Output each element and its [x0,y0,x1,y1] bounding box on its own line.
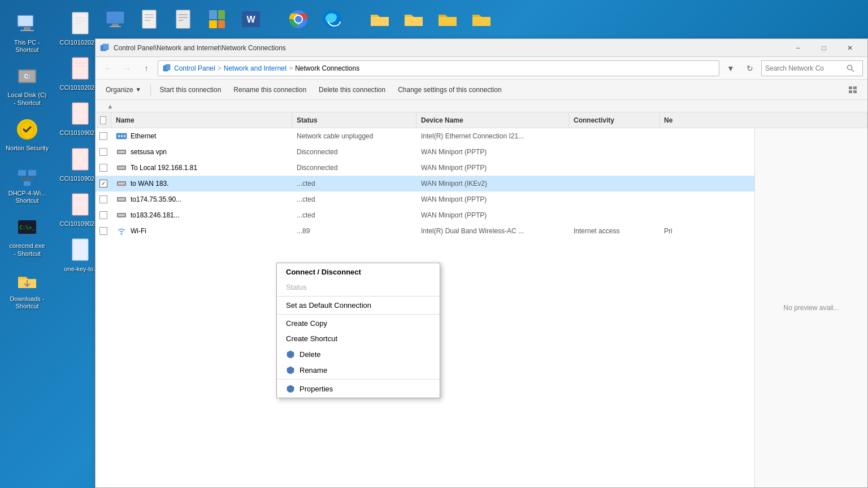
svg-rect-58 [853,90,857,93]
row-check-to183[interactable] [96,211,111,219]
search-icon [847,64,854,72]
ctx-rename[interactable]: Rename [277,362,440,378]
organize-button[interactable]: Organize ▼ [100,82,147,98]
desktop-icon-dhcp[interactable]: DHCP-4-Wi...Shortcut [2,158,53,208]
row-check-to174[interactable] [96,195,111,203]
taskbar-icon-edge[interactable] [316,3,348,35]
breadcrumb[interactable]: Control Panel > Network and Internet > N… [158,60,719,76]
to183-name: to183.246.181... [131,211,180,219]
connection-row-to-wan-183[interactable]: ✓ to WAN 183. ...cted WAN Miniport (IKEv… [96,176,867,191]
connection-row-to183[interactable]: to183.246.181... ...cted WAN Miniport (P… [96,207,867,223]
taskbar-icon-folder4[interactable] [466,3,497,35]
breadcrumb-network-connections: Network Connections [295,64,359,72]
taskbar-icon-app2[interactable]: W [235,3,267,35]
svg-rect-47 [72,194,88,215]
col-header-status[interactable]: Status [292,112,416,128]
row-status-ethernet: Network cable unplugged [292,132,416,140]
row-name-to-wan-183: to WAN 183. [111,179,292,188]
col-ne-label: Ne [664,116,672,124]
close-button[interactable]: ✕ [837,39,863,57]
col-header-connectivity[interactable]: Connectivity [569,112,659,128]
row-check-wifi[interactable] [96,227,111,235]
row-check-to-local[interactable] [96,164,111,172]
taskbar-icon-doc2[interactable] [167,3,199,35]
desktop-icon-corecmd[interactable]: C:\>_ corecmd.exe- Shortcut [2,210,53,260]
ctx-create-copy[interactable]: Create Copy [277,316,440,331]
svg-rect-24 [18,16,33,26]
breadcrumb-control-panel[interactable]: Control Panel [174,64,215,72]
back-button[interactable]: ← [100,60,116,76]
row-check-setsusa[interactable] [96,148,111,156]
desktop-icon-this-pc[interactable]: This PC - Shortcut [2,7,53,57]
connection-row-ethernet[interactable]: Ethernet Network cable unplugged Intel(R… [96,128,867,144]
row-check-ethernet[interactable] [96,132,111,140]
desktop-icon-downloads[interactable]: Downloads -Shortcut [2,263,53,313]
svg-rect-7 [176,10,190,28]
svg-rect-35 [24,181,31,186]
col-header-device[interactable]: Device Name [416,112,569,128]
col-header-checkbox[interactable] [96,112,111,128]
layout-button[interactable] [843,82,863,98]
taskbar-icon-folder2[interactable] [398,3,429,35]
desktop-icon-local-disk-label: Local Disk (C)- Shortcut [7,91,46,106]
search-box[interactable] [761,60,863,76]
forward-button[interactable]: → [119,60,135,76]
toolbar-separator-1 [150,84,151,95]
desktop-icon-local-disk[interactable]: C: Local Disk (C)- Shortcut [2,59,53,110]
svg-rect-11 [209,10,217,19]
row-conn-wifi: Internet access [569,227,659,235]
svg-rect-14 [218,20,225,28]
breadcrumb-network-internet[interactable]: Network and Internet [224,64,287,72]
up-button[interactable]: ↑ [138,60,154,76]
connection-row-setsusa[interactable]: setsusa vpn Disconnected WAN Miniport (P… [96,144,867,160]
svg-point-53 [848,65,852,69]
ctx-rename-shield-icon [286,365,295,374]
svg-rect-2 [110,26,121,27]
maximize-button[interactable]: □ [811,39,837,57]
rename-connection-button[interactable]: Rename this connection [228,82,312,98]
down-arrow-button[interactable]: ▼ [723,60,739,76]
ctx-delete[interactable]: Delete [277,346,440,362]
refresh-button[interactable]: ↻ [742,60,758,76]
desktop-icon-norton[interactable]: Norton Security [2,112,53,155]
row-status-to174: ...cted [292,195,416,203]
connection-row-wifi[interactable]: Wi-Fi ...89 Intel(R) Dual Band Wireless-… [96,223,867,239]
svg-rect-62 [124,135,125,137]
sort-up-button[interactable]: ▲ [100,103,120,110]
title-bar-buttons: − □ ✕ [785,39,863,57]
connection-row-to174[interactable]: to174.75.35.90... ...cted WAN Miniport (… [96,191,867,207]
row-device-ethernet: Intel(R) Ethernet Connection I21... [416,132,569,140]
row-device-to-wan-183: WAN Miniport (IKEv2) [416,180,569,188]
taskbar-icon-chrome[interactable] [283,3,314,35]
connection-row-to-local[interactable]: To Local 192.168.1.81 Disconnected WAN M… [96,160,867,176]
svg-rect-66 [118,167,125,169]
col-header-name[interactable]: Name [111,112,292,128]
change-settings-label: Change settings of this connection [398,86,501,94]
minimize-button[interactable]: − [785,39,811,57]
ctx-connect-disconnect[interactable]: Connect / Disconnect [277,264,440,280]
to174-name: to174.75.35.90... [131,195,181,203]
row-device-to183: WAN Miniport (PPTP) [416,211,569,219]
row-check-to-wan-183[interactable]: ✓ [96,180,111,188]
desktop: W [0,0,868,488]
change-settings-button[interactable]: Change settings of this connection [392,82,507,98]
header-checkbox[interactable] [100,116,106,124]
ctx-properties[interactable]: Properties [277,381,440,396]
ctx-set-default[interactable]: Set as Default Connection [277,298,440,313]
col-header-ne[interactable]: Ne [659,112,867,128]
desktop-icon-downloads-label: Downloads -Shortcut [10,295,44,310]
delete-connection-button[interactable]: Delete this connection [313,82,391,98]
breadcrumb-icon [163,64,172,73]
taskbar-icon-app1[interactable] [201,3,233,35]
ctx-status-label: Status [286,283,307,291]
search-input[interactable] [765,64,844,72]
svg-rect-60 [118,135,120,137]
ctx-create-shortcut[interactable]: Create Shortcut [277,331,440,346]
taskbar-icon-folder1[interactable] [364,3,396,35]
taskbar-icon-folder3[interactable] [432,3,463,35]
ctx-status[interactable]: Status [277,280,440,295]
svg-text:W: W [246,15,255,24]
svg-rect-50 [103,44,108,50]
taskbar-icon-doc1[interactable] [133,3,165,35]
start-connection-button[interactable]: Start this connection [154,82,227,98]
